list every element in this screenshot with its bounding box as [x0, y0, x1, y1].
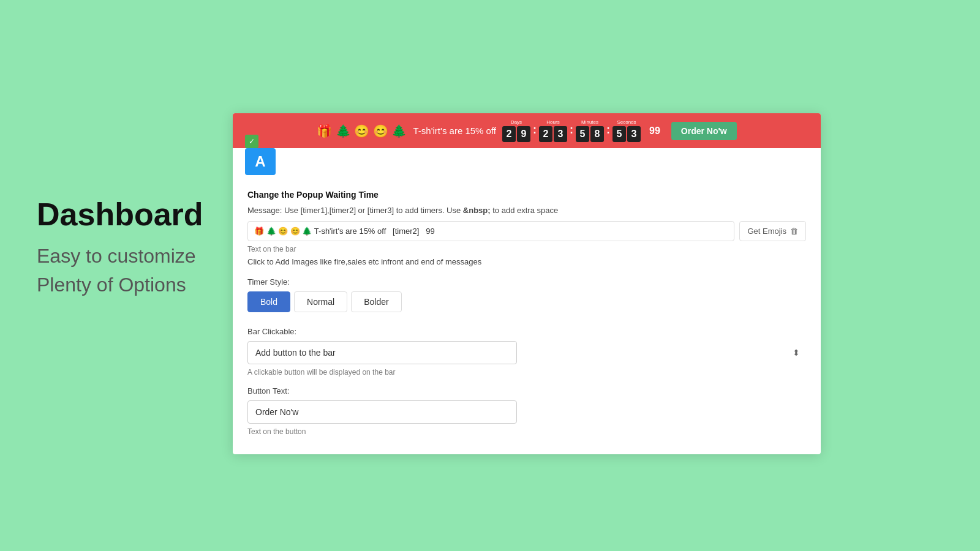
timer-days: 2 9	[502, 126, 530, 142]
hours-label: Hours	[546, 119, 559, 125]
colon-3: :	[606, 124, 610, 138]
timer-minutes: 5 8	[576, 126, 604, 142]
trash-icon: 🗑	[790, 227, 798, 236]
minutes-label: Minutes	[581, 119, 598, 125]
timer-seconds-group: Seconds 5 3	[612, 119, 641, 142]
bar-count: 99	[649, 126, 660, 137]
minutes-digit-1: 5	[576, 126, 589, 142]
section-title: Change the Popup Waiting Time	[247, 190, 806, 200]
seconds-label: Seconds	[617, 119, 636, 125]
message-row: Get Emojis 🗑	[247, 221, 806, 241]
colon-2: :	[570, 124, 573, 138]
timer-btn-group: Bold Normal Bolder	[247, 291, 806, 312]
button-text-hint: Text on the button	[247, 427, 806, 436]
timer-container: Days 2 9 : Hours 2 3 : Minutes 5 8	[502, 119, 641, 142]
logo-check: ✓	[245, 135, 258, 148]
timer-minutes-group: Minutes 5 8	[576, 119, 604, 142]
days-label: Days	[511, 119, 522, 125]
message-field-hint: Text on the bar	[247, 245, 806, 253]
bar-clickable-label: Bar Clickable:	[247, 327, 806, 336]
logo-area: ✓ A	[233, 148, 821, 180]
colon-1: :	[533, 124, 537, 138]
get-emojis-label: Get Emojis	[747, 227, 786, 236]
timer-style-label: Timer Style:	[247, 277, 806, 287]
bar-emojis: 🎁 🌲 😊 😊 🌲	[317, 124, 407, 138]
hours-digit-1: 2	[539, 126, 552, 142]
timer-days-group: Days 2 9	[502, 119, 530, 142]
preview-bar: 🎁 🌲 😊 😊 🌲 T-sh'irt's are 15% off Days 2 …	[233, 113, 821, 148]
minutes-digit-2: 8	[590, 126, 604, 142]
button-text-label: Button Text:	[247, 386, 806, 395]
message-input[interactable]	[247, 221, 734, 241]
days-digit-2: 9	[517, 126, 530, 142]
logo-box: A	[245, 148, 276, 175]
seconds-digit-1: 5	[612, 126, 626, 142]
timer-btn-bold[interactable]: Bold	[247, 291, 290, 312]
bar-hint: A clickable button will be displayed on …	[247, 368, 806, 377]
select-arrow-icon: ⬍	[793, 348, 800, 358]
button-text-input[interactable]	[247, 400, 517, 424]
seconds-digit-2: 3	[627, 126, 641, 142]
get-emojis-button[interactable]: Get Emojis 🗑	[739, 221, 806, 241]
form-content: Change the Popup Waiting Time Message: U…	[233, 180, 821, 454]
info-text: Message: Use [timer1],[timer2] or [timer…	[247, 206, 806, 215]
subtitle-options: Plenty of Options	[37, 274, 203, 296]
bar-clickable-select[interactable]: Add button to the bar Make bar clickable…	[247, 341, 517, 364]
subtitle-easy: Easy to customize	[37, 245, 203, 268]
timer-hours-group: Hours 2 3	[539, 119, 567, 142]
timer-hours: 2 3	[539, 126, 567, 142]
main-card: 🎁 🌲 😊 😊 🌲 T-sh'irt's are 15% off Days 2 …	[233, 113, 821, 454]
dashboard-title: Dashboard	[37, 196, 203, 233]
timer-btn-normal[interactable]: Normal	[294, 291, 347, 312]
days-digit-1: 2	[502, 126, 516, 142]
timer-seconds: 5 3	[612, 126, 641, 142]
timer-btn-bolder[interactable]: Bolder	[351, 291, 401, 312]
click-hint: Click to Add Images like fire,sales etc …	[247, 257, 806, 266]
bar-clickable-select-wrapper: Add button to the bar Make bar clickable…	[247, 341, 806, 364]
order-now-button[interactable]: Order No'w	[671, 122, 737, 140]
bar-promo-text: T-sh'irt's are 15% off	[413, 126, 497, 136]
hours-digit-2: 3	[554, 126, 567, 142]
